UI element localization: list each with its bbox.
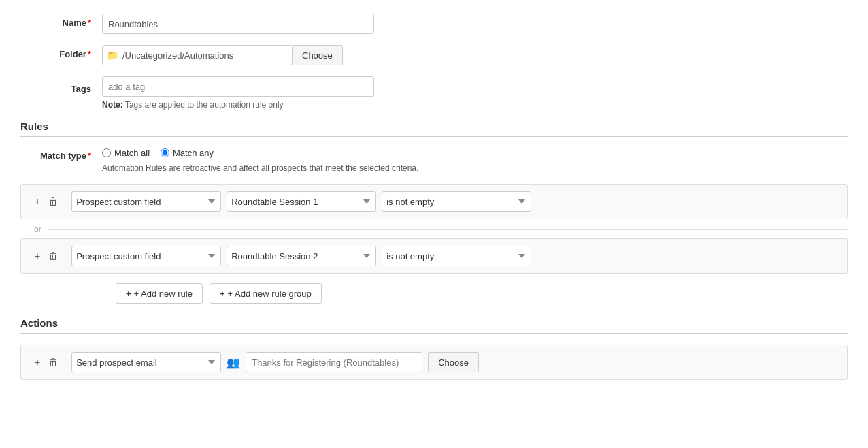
tags-note: Note: Tags are applied to the automation… bbox=[102, 100, 284, 110]
rule-add-btn-2[interactable]: + bbox=[32, 249, 43, 263]
rule-group-2: + 🗑 Prospect custom field Roundtable Ses… bbox=[20, 238, 848, 274]
folder-label: Folder* bbox=[20, 45, 102, 59]
rule-group-1: + 🗑 Prospect custom field Roundtable Ses… bbox=[20, 184, 848, 219]
required-star: * bbox=[88, 18, 91, 28]
add-rule-buttons: ++ Add new rule ++ Add new rule group bbox=[116, 283, 848, 304]
rules-title: Rules bbox=[20, 121, 48, 132]
tags-input[interactable] bbox=[102, 76, 374, 97]
add-new-rule-group-button[interactable]: ++ Add new rule group bbox=[210, 283, 322, 304]
rule-field-select-1[interactable]: Prospect custom field bbox=[71, 191, 221, 212]
actions-section-header: Actions bbox=[20, 317, 848, 334]
rule-add-btn-1[interactable]: + bbox=[32, 195, 43, 208]
action-choose-button[interactable]: Choose bbox=[428, 352, 479, 372]
action-email-icon: 👥 bbox=[227, 356, 240, 369]
folder-choose-button[interactable]: Choose bbox=[293, 45, 343, 65]
action-type-select-1[interactable]: Send prospect email bbox=[71, 352, 221, 372]
or-divider: or bbox=[20, 225, 848, 234]
rule-delete-btn-2[interactable]: 🗑 bbox=[46, 249, 61, 263]
action-add-btn-1[interactable]: + bbox=[32, 355, 43, 369]
match-any-radio[interactable] bbox=[161, 148, 169, 157]
folder-path: /Uncategorized/Automations bbox=[122, 48, 292, 63]
rule-condition-select-1[interactable]: is not empty bbox=[382, 191, 531, 212]
match-note: Automation Rules are retroactive and aff… bbox=[102, 163, 418, 173]
rule-row-2: + 🗑 Prospect custom field Roundtable Ses… bbox=[32, 246, 836, 266]
rule-value-select-1[interactable]: Roundtable Session 1 bbox=[227, 191, 376, 212]
action-group-1: + 🗑 Send prospect email 👥 Choose bbox=[20, 345, 848, 380]
rule-condition-select-2[interactable]: is not empty bbox=[382, 246, 531, 266]
action-email-input[interactable] bbox=[246, 352, 422, 372]
match-type-radio-group: Match all Match any bbox=[102, 148, 418, 158]
add-new-rule-button[interactable]: ++ Add new rule bbox=[116, 283, 203, 304]
actions-title: Actions bbox=[20, 317, 58, 329]
action-delete-btn-1[interactable]: 🗑 bbox=[46, 355, 61, 369]
name-input[interactable] bbox=[102, 14, 374, 34]
tags-label: Tags bbox=[20, 80, 102, 94]
folder-input-wrapper: 📁 /Uncategorized/Automations bbox=[102, 45, 293, 65]
rules-section-header: Rules bbox=[20, 121, 848, 137]
rule-row-1: + 🗑 Prospect custom field Roundtable Ses… bbox=[32, 191, 836, 212]
match-all-option[interactable]: Match all bbox=[102, 148, 150, 158]
folder-icon: 📁 bbox=[103, 50, 122, 61]
match-all-radio[interactable] bbox=[102, 148, 111, 157]
rule-value-select-2[interactable]: Roundtable Session 2 bbox=[227, 246, 376, 266]
required-star-folder: * bbox=[88, 49, 91, 59]
rule-delete-btn-1[interactable]: 🗑 bbox=[46, 195, 61, 208]
name-label: Name* bbox=[20, 14, 102, 28]
or-line bbox=[48, 229, 848, 230]
match-any-option[interactable]: Match any bbox=[161, 148, 214, 158]
match-type-label: Match type* bbox=[20, 148, 102, 161]
plus-icon-rule-group: + bbox=[220, 289, 225, 299]
action-row-1: + 🗑 Send prospect email 👥 Choose bbox=[32, 352, 836, 372]
rule-field-select-2[interactable]: Prospect custom field bbox=[71, 246, 221, 266]
plus-icon-rule: + bbox=[126, 289, 131, 299]
